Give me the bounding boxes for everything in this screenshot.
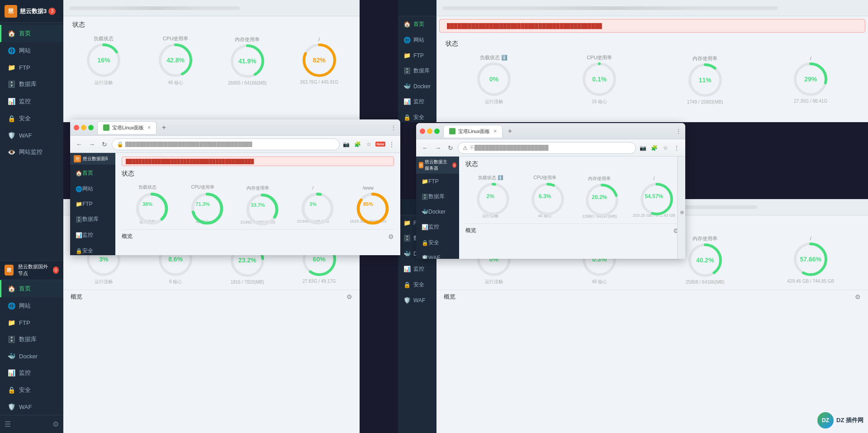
gauge-mem-sub: 26855 / 64166(MB) <box>228 81 267 86</box>
maximize-button-1[interactable] <box>88 125 94 130</box>
sidebar2-item-security[interactable]: 🔒 安全 <box>0 381 63 399</box>
tr-nav-ftp[interactable]: 📁FTP <box>398 48 436 63</box>
tab-close-2[interactable]: × <box>493 128 497 134</box>
back-button-2[interactable]: ← <box>420 143 431 153</box>
gauge-b2-load: 负载状态 ℹ️ 2% 运行流畅 <box>465 175 516 219</box>
forward-button-2[interactable]: → <box>432 143 443 153</box>
br-nav-waf[interactable]: 🛡️WAF <box>398 293 436 308</box>
browser-1-nav-monitor[interactable]: 📊 监控 <box>70 227 115 243</box>
ftp-icon2: 📁 <box>8 319 15 326</box>
minimize-button-1[interactable] <box>81 125 86 130</box>
new-tab-button-1[interactable]: + <box>159 123 168 132</box>
sidebar2-item-docker[interactable]: 🐳 Docker <box>0 348 63 364</box>
gauge-cpu-sub: 48 核心 <box>168 80 183 86</box>
app-logo2: 慈 <box>5 265 14 276</box>
tr-nav-monitor[interactable]: 📊监控 <box>398 94 436 109</box>
browser-2-toolbar-icons: 📷 🧩 ☆ ⋮ <box>638 143 682 153</box>
maximize-button-2[interactable] <box>434 128 440 134</box>
browser-1-nav-website[interactable]: 🌐 网站 <box>70 181 115 197</box>
sidebar-item-ftp[interactable]: 📁 FTP <box>0 59 63 76</box>
sidebar-item-website[interactable]: 🌐 网站 <box>0 42 63 59</box>
header-blur <box>70 6 240 10</box>
new-tab-button-2[interactable]: + <box>505 127 514 136</box>
br-nav-monitor[interactable]: 📊监控 <box>398 261 436 277</box>
browser-2-menu[interactable]: ⋮ <box>675 128 682 135</box>
star-icon-1[interactable]: ☆ <box>364 139 374 149</box>
close-button-2[interactable] <box>420 128 425 134</box>
browser-2-tab[interactable]: 宝塔Linux面板 × <box>443 125 503 138</box>
app-title: 慈云数据3 <box>20 7 47 15</box>
sidebar-item-security[interactable]: 🔒 安全 <box>0 110 63 127</box>
browser-1-controls <box>74 125 94 130</box>
more-icon-2[interactable]: ⋮ <box>672 143 682 153</box>
browser-1-nav-home[interactable]: 🏠 首页 <box>70 165 115 181</box>
browser-1-overview-gear[interactable]: ⚙ <box>388 233 394 240</box>
close-button-1[interactable] <box>74 125 79 130</box>
browser-2-nav-waf[interactable]: 🛡️ WAF <box>416 251 459 259</box>
monitor-icon-tr: 📊 <box>403 98 411 105</box>
forward-button-1[interactable]: → <box>86 139 97 150</box>
tr-nav-home[interactable]: 🏠首页 <box>398 16 436 32</box>
tab-label-1: 宝塔Linux面板 <box>112 124 144 131</box>
browser-1-nav-ftp[interactable]: 📁 FTP <box>70 197 115 211</box>
sidebar2-item-waf[interactable]: 🛡️ WAF <box>0 399 63 415</box>
more-icon-1[interactable]: ⋮ <box>387 139 397 149</box>
status-title-tl: 状态 <box>72 21 351 29</box>
browser-2-nav-monitor[interactable]: 📊 监控 <box>416 219 459 235</box>
panel-tr-header <box>436 0 868 16</box>
star-icon-2[interactable]: ☆ <box>660 143 670 153</box>
sidebar-item-database[interactable]: 🗄️ 数据库 <box>0 76 63 93</box>
url-bar-2[interactable]: ⚠ 不█████████████████████ <box>458 142 636 154</box>
sidebar-item-webmonitor[interactable]: 👁️ 网站监控 <box>0 143 63 161</box>
browser-2-nav-database[interactable]: 🗄️ 数据库 <box>416 189 459 205</box>
sidebar2-item-label: 数据库 <box>19 335 37 343</box>
sidebar2-item-home[interactable]: 🏠 首页 <box>0 280 63 297</box>
browser-1-nav-database[interactable]: 🗄️ 数据库 <box>70 211 115 227</box>
menu-icon[interactable]: ☰ <box>5 420 11 428</box>
url-bar-1[interactable]: 🔒 ████████████████████████████████████ <box>112 138 340 150</box>
overview-gear-bl[interactable]: ⚙ <box>346 293 352 300</box>
browser-1-nav-security[interactable]: 🔒 安全 <box>70 243 115 255</box>
tr-nav-website[interactable]: 🌐网站 <box>398 32 436 48</box>
screenshot-icon-2[interactable]: 📷 <box>638 143 648 153</box>
refresh-button-2[interactable]: ↻ <box>445 143 456 153</box>
inner-server-tag-2: 慈 慈云数据主服务器 0 <box>416 157 459 174</box>
browser-2-nav-docker[interactable]: 🐳 Docker <box>416 205 459 219</box>
sidebar2-item-ftp[interactable]: 📁 FTP <box>0 314 63 331</box>
browser-window-2: 宝塔Linux面板 × + ⋮ ← → ↻ ⚠ 不███████████████… <box>416 123 685 259</box>
sidebar2-item-database[interactable]: 🗄️ 数据库 <box>0 331 63 348</box>
sidebar-item-label: 网站 <box>19 47 31 55</box>
tr-nav-database[interactable]: 🗄️数据库 <box>398 63 436 79</box>
screenshot-icon-1[interactable]: 📷 <box>342 139 351 149</box>
minimize-button-2[interactable] <box>427 128 432 134</box>
sidebar2-item-monitor[interactable]: 📊 监控 <box>0 364 63 381</box>
home-icon-tr: 🏠 <box>403 21 411 28</box>
gauge-cpu-circle: 42.8% <box>157 42 194 78</box>
browser-2-controls <box>420 128 440 134</box>
tr-nav-docker[interactable]: 🐳Docker <box>398 79 436 94</box>
back-button-1[interactable]: ← <box>74 139 85 150</box>
gauge-mem: 内存使用率 41.9% 26855 / 64166(MB) <box>216 36 279 86</box>
tab-close-1[interactable]: × <box>147 124 151 131</box>
sidebar-item-monitor[interactable]: 📊 监控 <box>0 93 63 110</box>
sidebar-item-home[interactable]: 🏠 首页 <box>0 25 63 42</box>
extension-icon-2[interactable]: 🧩 <box>649 143 659 153</box>
sidebar2-item-label: Docker <box>19 353 38 360</box>
browser-1-menu[interactable]: ⋮ <box>390 124 397 131</box>
app-logo: 慈 <box>5 5 17 18</box>
browser-1-tab[interactable]: 宝塔Linux面板 × <box>97 121 157 134</box>
sidebar-left: 慈 慈云数据3 3 🏠 首页 🌐 网站 📁 FTP 🗄️ 数据库 📊 监控 🔒 … <box>0 0 63 433</box>
tr-nav-security[interactable]: 🔒安全 <box>398 109 436 122</box>
monitor-icon-br: 📊 <box>403 266 411 272</box>
refresh-button-1[interactable]: ↻ <box>99 139 110 150</box>
sidebar2-item-website[interactable]: 🌐 网站 <box>0 297 63 314</box>
browser-2-nav-security[interactable]: 🔒 安全 <box>416 235 459 251</box>
br-nav-security[interactable]: 🔒安全 <box>398 277 436 293</box>
sidebar-nav: 🏠 首页 🌐 网站 📁 FTP 🗄️ 数据库 📊 监控 🔒 安全 🛡️ WAF <box>0 23 63 260</box>
settings-icon[interactable]: ⚙ <box>52 420 59 428</box>
overview-gear-br[interactable]: ⚙ <box>855 293 861 300</box>
status-section-tl: 状态 负载状态 16% 运行流畅 CPU使用率 <box>63 16 360 90</box>
sidebar-item-waf[interactable]: 🛡️ WAF <box>0 127 63 143</box>
extension-icon-1[interactable]: 🧩 <box>353 139 363 149</box>
browser-2-nav-ftp[interactable]: 📁 FTP <box>416 174 459 189</box>
